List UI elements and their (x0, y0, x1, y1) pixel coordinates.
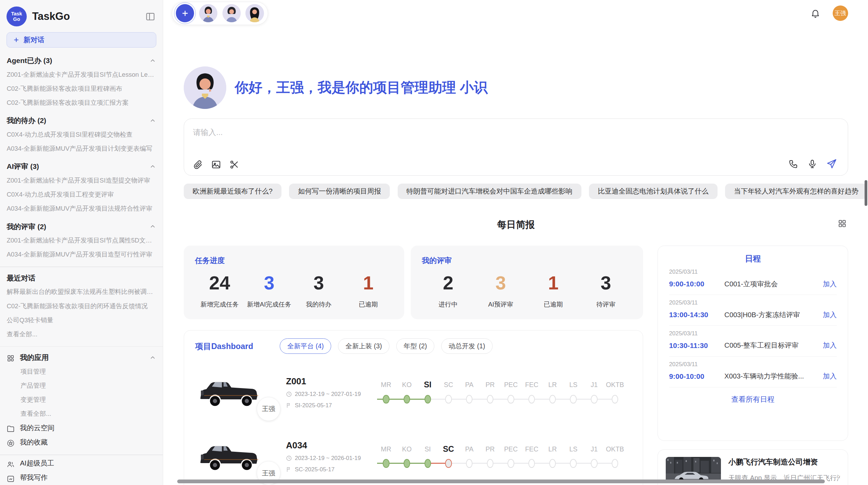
sidebar-item[interactable]: A034-全新新能源MUV产品开发项目造型可行性评审 (7, 247, 156, 261)
greeting-text: 你好，王强，我是你的项目管理助理 小识 (235, 78, 488, 97)
recent-conversation-item[interactable]: 公司Q3轻卡销量 (7, 313, 156, 327)
project-flag-milestone-text: SC-2025-05-17 (295, 466, 335, 473)
sidebar-collapse-icon[interactable] (145, 12, 155, 22)
session-avatar-1[interactable] (199, 4, 217, 22)
sidebar-item[interactable]: Z001-全新燃油轻卡产品开发项目SI节点属性5D文件评审 (7, 233, 156, 247)
milestone-label: LS (563, 444, 584, 455)
milestone-dot (424, 395, 431, 404)
sidebar-item[interactable]: Z001-全新燃油轻卡产品开发项目SI造型提交物评审 (7, 173, 156, 187)
sidebar-section-header[interactable]: 我的待办 (2) (7, 114, 156, 127)
sidebar-section-header[interactable]: AI评审 (3) (7, 160, 156, 173)
suggestion-chip[interactable]: 特朗普可能对进口汽车增税会对中国车企造成哪些影响 (398, 184, 581, 199)
milestone-dot (570, 395, 577, 404)
app-subitem[interactable]: 变更管理 (7, 393, 156, 407)
milestone-fec: FEC (521, 444, 542, 470)
milestone-dot (549, 459, 556, 468)
suggestion-chip[interactable]: 当下年轻人对汽车外观有怎样的喜好趋势 (725, 184, 867, 199)
greeting-block: 你好，王强，我是你的项目管理助理 小识 (184, 66, 848, 109)
topbar-right: 王强 (810, 5, 848, 21)
milestone-label: MR (376, 379, 397, 391)
sidebar-section-recent-header[interactable]: 最近对话 (7, 272, 156, 285)
send-icon[interactable] (826, 158, 837, 169)
milestone-j1: J1 (584, 444, 605, 470)
suggestion-chip[interactable]: 欧洲新规最近颁布了什么? (184, 184, 281, 199)
sidebar-item[interactable]: Z001-全新燃油皮卡产品开发项目SI节点Lesson Learn报告 (7, 67, 156, 82)
session-avatar-2[interactable] (222, 4, 241, 22)
join-button[interactable]: 加入 (823, 310, 836, 320)
stat-column: 3新增AI完成任务 (244, 273, 294, 309)
stat-label: 进行中 (422, 300, 474, 309)
dashboard-tab[interactable]: 年型 (2) (396, 338, 435, 354)
dashboard-tab[interactable]: 动总开发 (1) (441, 338, 493, 354)
recent-title: 最近对话 (7, 272, 35, 285)
layout-grid-icon[interactable] (837, 219, 847, 228)
app-subitem[interactable]: 查看全部... (7, 407, 156, 421)
sidebar-section-header[interactable]: 我的评审 (2) (7, 220, 156, 234)
dashboard-tab[interactable]: 全新平台 (4) (280, 338, 331, 354)
milestone-label: SC (438, 444, 459, 455)
join-button[interactable]: 加入 (823, 279, 836, 289)
milestone-pa: PA (459, 444, 480, 470)
milestone-dot (549, 395, 556, 404)
new-chat-label: 新对话 (24, 35, 45, 45)
view-all-link[interactable]: 查看全部... (7, 327, 156, 341)
stat-value: 1 (527, 273, 579, 293)
dashboard-title: 项目Dashboard (195, 341, 253, 352)
horizontal-scrollbar[interactable] (177, 480, 825, 483)
milestone-label: LR (542, 444, 563, 455)
dashboard-tab[interactable]: 全新上装 (3) (338, 338, 389, 354)
join-button[interactable]: 加入 (823, 372, 836, 381)
vertical-scrollbar[interactable] (865, 180, 867, 206)
milestone-label: J1 (584, 379, 605, 391)
my-apps-header[interactable]: 我的应用 (7, 351, 156, 364)
stat-column: 1已逾期 (343, 273, 393, 309)
suggestion-chip[interactable]: 比亚迪全固态电池计划具体说了什么 (589, 184, 717, 199)
scissors-icon[interactable] (229, 160, 239, 170)
task-card-title: 任务进度 (195, 256, 393, 265)
chevron-up-icon (149, 354, 156, 361)
image-upload-icon[interactable] (211, 160, 221, 170)
sidebar-item-favorites[interactable]: 我的收藏 (7, 435, 156, 450)
new-session-button[interactable] (176, 4, 194, 22)
session-avatar-3[interactable] (245, 4, 264, 22)
recent-conversation-item[interactable]: C02-飞腾新能源轻客改款项目的闭环通告反馈情况 (7, 299, 156, 313)
sidebar-item-cloud[interactable]: 我的云空间 (7, 421, 156, 435)
sidebar-item-ai-staff[interactable]: AI超级员工 (7, 456, 156, 471)
stat-label: 新增完成任务 (195, 300, 244, 309)
sidebar-item-writing[interactable]: 帮我写作 (7, 471, 156, 485)
milestone-dot (424, 459, 431, 468)
notification-bell-icon[interactable] (810, 8, 820, 18)
sidebar-item[interactable]: C02-飞腾新能源轻客改款项目里程碑画布 (7, 82, 156, 96)
milestone-label: SI (417, 444, 438, 455)
chevron-up-icon (149, 223, 156, 230)
stat-label: 待评审 (580, 300, 632, 309)
message-input[interactable]: 请输入... (184, 119, 848, 176)
attachment-icon[interactable] (193, 160, 203, 170)
schedule-card: 日程 2025/03/119:00-10:00C001-立项审批会加入2025/… (658, 246, 848, 441)
user-avatar[interactable]: 王强 (833, 5, 848, 21)
app-subitem[interactable]: 产品管理 (7, 378, 156, 393)
sidebar-item[interactable]: A034-全新新能源MUV产品开发项目法规符合性评审 (7, 201, 156, 215)
join-button[interactable]: 加入 (823, 341, 836, 350)
suggestion-chip[interactable]: 如何写一份清晰的项目周报 (289, 184, 390, 199)
app-subitem[interactable]: 项目管理 (7, 364, 156, 378)
sidebar-item[interactable]: A034-全新新能源MUV产品开发项目计划变更表编写 (7, 141, 156, 156)
view-all-schedule-link[interactable]: 查看所有日程 (669, 395, 837, 404)
sidebar-section-header[interactable]: Agent已办 (3) (7, 54, 156, 67)
milestone-label: PA (459, 379, 480, 391)
microphone-icon[interactable] (807, 159, 817, 169)
recent-conversation-item[interactable]: 解释最新出台的欧盟报废车法规再生塑料比例被调至15%... (7, 285, 156, 299)
sidebar-section-title: Agent已办 (3) (7, 54, 52, 67)
phone-call-icon[interactable] (788, 159, 798, 169)
apps-grid-icon (7, 353, 15, 362)
new-chat-button[interactable]: 新对话 (7, 32, 156, 48)
milestone-fec: FEC (521, 379, 542, 406)
milestone-track: MRKOSISCPAPRPECFECLRLSJ1OKTB (376, 444, 632, 470)
schedule-title-text: X003-车辆动力学性能验... (724, 372, 818, 381)
sidebar-item[interactable]: C0X4-动力总成开发项目SI里程碑提交物检查 (7, 127, 156, 141)
milestone-dot (445, 395, 452, 404)
schedule-row: 10:30-11:30C005-整车工程目标评审加入 (669, 341, 837, 350)
stat-label: 新增AI完成任务 (244, 300, 294, 309)
sidebar-item[interactable]: C0X4-动力总成开发项目工程变更评审 (7, 187, 156, 201)
sidebar-item[interactable]: C02-飞腾新能源轻客改款项目立项汇报方案 (7, 96, 156, 110)
